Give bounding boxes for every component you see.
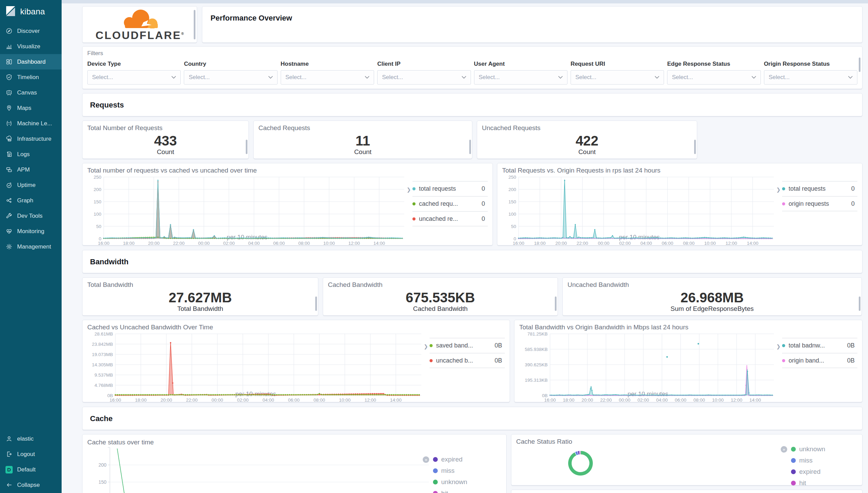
svg-text:02:00: 02:00: [223, 241, 235, 246]
legend-item-miss[interactable]: miss: [791, 455, 825, 466]
legend-item-miss[interactable]: miss: [433, 465, 501, 476]
sidebar-footer: elasticLogoutDDefaultCollapse: [0, 431, 62, 493]
metric-value: 27.627MB: [87, 290, 313, 305]
sidebar-item-monitoring[interactable]: Monitoring: [0, 224, 62, 239]
panel-scrollbar[interactable]: [246, 140, 247, 154]
sidebar-item-timelion[interactable]: Timelion: [0, 69, 62, 85]
svg-text:06:00: 06:00: [675, 397, 687, 403]
sidebar-item-logs[interactable]: Logs: [0, 147, 62, 162]
legend-collapse-icon[interactable]: ❯: [407, 187, 411, 193]
filter-select-origin-response-status[interactable]: Select...: [764, 70, 857, 85]
sidebar-item-collapse[interactable]: Collapse: [0, 477, 62, 493]
legend-item-uncached-re[interactable]: uncached re...0: [412, 211, 488, 226]
sidebar-item-canvas[interactable]: Canvas: [0, 85, 62, 100]
sidebar-item-maps[interactable]: Maps: [0, 100, 62, 116]
legend-expand-icon[interactable]: »: [781, 446, 787, 453]
filter-label: Hostname: [281, 61, 374, 67]
panel-scrollbar[interactable]: [694, 140, 696, 154]
legend-label: total badnw...: [789, 342, 825, 349]
metric-card-total-number-of-requests: Total Number of Requests433Count: [82, 121, 249, 159]
sidebar-item-dev-tools[interactable]: Dev Tools: [0, 208, 62, 224]
legend-value: 0: [851, 185, 857, 192]
legend-collapse-icon[interactable]: ❯: [424, 343, 428, 350]
filter-select-edge-response-status[interactable]: Select...: [667, 70, 761, 85]
panel-scrollbar[interactable]: [859, 58, 860, 72]
donut-slice-unknown[interactable]: [570, 453, 591, 474]
legend-dot: [412, 187, 416, 190]
legend-item-expired[interactable]: expired: [791, 466, 825, 477]
filter-select-user-agent[interactable]: Select...: [474, 70, 567, 85]
metric-card-cached-bandwidth: Cached Bandwidth675.535KBCached Bandwidt…: [323, 277, 558, 316]
legend-value: 0: [482, 200, 488, 207]
legend-item-expired[interactable]: expired: [433, 454, 501, 465]
legend-item-total-requests[interactable]: total requests0: [782, 181, 857, 196]
legend-item-unknown[interactable]: unknown: [791, 443, 825, 455]
panel-scrollbar[interactable]: [469, 140, 471, 154]
legend-label: total requests: [419, 185, 456, 192]
legend-item-origin-band[interactable]: origin band...0B: [782, 353, 857, 368]
legend-collapse-icon[interactable]: ❯: [776, 343, 781, 350]
metric-label: Count: [482, 148, 692, 156]
sidebar-item-label: Visualize: [17, 43, 40, 50]
dashboard-title-panel: Performance Overview: [202, 6, 863, 43]
legend-label: miss: [441, 467, 455, 475]
section-header-cache: Cache: [82, 407, 863, 430]
svg-text:150: 150: [508, 199, 516, 204]
sidebar-item-machine-le[interactable]: Machine Le...: [0, 116, 62, 131]
legend-item-hit[interactable]: hit: [433, 488, 501, 493]
legend-expand-icon[interactable]: »: [423, 456, 429, 463]
sidebar-item-management[interactable]: Management: [0, 239, 62, 254]
legend-item-origin-requests[interactable]: origin requests0: [782, 196, 857, 211]
legend-label: expired: [799, 468, 820, 476]
metric-title: Uncached Requests: [482, 124, 692, 132]
filter-select-request-uri[interactable]: Select...: [571, 70, 664, 85]
svg-text:200: 200: [93, 187, 101, 192]
chart-plot-area: 0B195.313KB390.625KB585.938KB781.25KB16:…: [519, 331, 777, 390]
metric-title: Total Number of Requests: [87, 124, 244, 132]
svg-text:14:00: 14:00: [747, 241, 758, 246]
filter-select-hostname[interactable]: Select...: [281, 70, 374, 85]
infrastructure-icon: [5, 135, 13, 142]
legend-item-saved-band[interactable]: saved band...0B: [430, 338, 505, 353]
legend-value: 0: [482, 215, 488, 223]
legend-item-uncached-b[interactable]: uncached b...0B: [430, 353, 505, 368]
metric-title: Cached Bandwidth: [328, 281, 553, 289]
filter-select-client-ip[interactable]: Select...: [377, 70, 471, 85]
metric-label: Count: [87, 148, 244, 156]
sidebar-item-default[interactable]: DDefault: [0, 462, 62, 477]
panel-scrollbar[interactable]: [859, 296, 860, 311]
sidebar-item-infrastructure[interactable]: Infrastructure: [0, 131, 62, 147]
cloudflare-cloud-icon: [111, 9, 169, 30]
filter-label: Device Type: [87, 61, 181, 67]
filter-select-device-type[interactable]: Select...: [87, 70, 181, 85]
filter-hostname: HostnameSelect...: [281, 61, 374, 85]
section-title: Requests: [90, 101, 855, 110]
sidebar-item-uptime[interactable]: Uptime: [0, 177, 62, 193]
donut-slice-miss[interactable]: [576, 453, 578, 454]
sidebar-item-dashboard[interactable]: Dashboard: [0, 54, 62, 69]
legend-item-total-requests[interactable]: total requests0: [412, 181, 488, 196]
legend-item-hit[interactable]: hit: [791, 477, 825, 489]
legend-item-cached-requ[interactable]: cached requ...0: [412, 196, 488, 211]
panel-scrollbar[interactable]: [194, 10, 195, 39]
legend-item-unknown[interactable]: unknown: [433, 476, 501, 488]
sidebar-item-graph[interactable]: Graph: [0, 193, 62, 208]
legend-item-total-badnw[interactable]: total badnw...0B: [782, 338, 857, 353]
legend-collapse-icon[interactable]: ❯: [776, 187, 781, 193]
panel-scrollbar[interactable]: [315, 296, 317, 311]
sidebar-item-logout[interactable]: Logout: [0, 446, 62, 462]
sidebar-item-visualize[interactable]: Visualize: [0, 39, 62, 54]
kibana-brand[interactable]: kibana: [0, 0, 62, 23]
panel-scrollbar[interactable]: [555, 296, 557, 311]
donut-slice-expired[interactable]: [578, 453, 579, 453]
svg-text:14.305MB: 14.305MB: [92, 362, 113, 367]
svg-text:250: 250: [93, 175, 101, 180]
chart-legend: ❯total requests0origin requests0: [782, 181, 857, 242]
legend-dot: [412, 217, 416, 220]
main-content: CLOUDFLARE® Performance Overview Filters…: [62, 0, 868, 493]
filter-select-country[interactable]: Select...: [184, 70, 277, 85]
sidebar-item-discover[interactable]: Discover: [0, 23, 62, 39]
sidebar-item-elastic[interactable]: elastic: [0, 431, 62, 446]
sidebar-item-apm[interactable]: APM: [0, 162, 62, 177]
svg-text:200: 200: [99, 462, 107, 468]
